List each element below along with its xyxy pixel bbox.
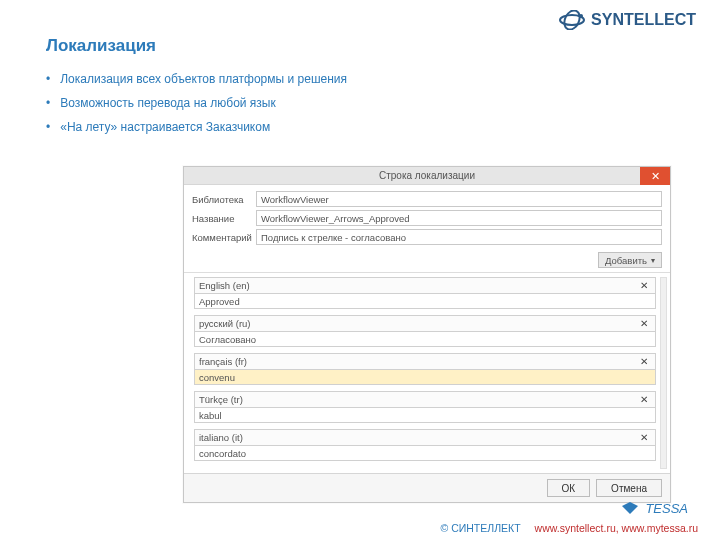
lang-name: English (en) [199,280,637,291]
remove-lang-button[interactable]: ✕ [637,356,651,367]
lang-block-ru: русский (ru) ✕ [194,315,656,347]
lang-name: Türkçe (tr) [199,394,637,405]
lang-block-tr: Türkçe (tr) ✕ [194,391,656,423]
scrollbar[interactable] [660,277,667,469]
dialog-title: Строка локализации [379,170,475,181]
footer-urls: www.syntellect.ru, www.mytessa.ru [535,522,698,534]
copyright: © СИНТЕЛЛЕКТ [441,522,521,534]
chevron-down-icon: ▾ [651,256,655,265]
bullet-item: Локализация всех объектов платформы и ре… [46,72,347,86]
slide-footer: © СИНТЕЛЛЕКТ www.syntellect.ru, www.myte… [441,522,699,534]
lang-block-it: italiano (it) ✕ [194,429,656,461]
lang-block-fr: français (fr) ✕ [194,353,656,385]
tessa-name: TESSA [645,501,688,516]
add-button-label: Добавить [605,255,647,266]
remove-lang-button[interactable]: ✕ [637,432,651,443]
svg-point-1 [562,10,583,30]
lang-value-input[interactable] [194,407,656,423]
name-input[interactable] [256,210,662,226]
language-list: English (en) ✕ русский (ru) ✕ français (… [184,272,670,473]
close-button[interactable]: ✕ [640,167,670,185]
close-icon: ✕ [651,170,660,183]
dialog-titlebar: Строка локализации ✕ [184,167,670,185]
localization-dialog: Строка локализации ✕ Библиотека Название… [183,166,671,503]
bullet-item: «На лету» настраивается Заказчиком [46,120,347,134]
ok-button[interactable]: ОК [547,479,591,497]
dialog-header-form: Библиотека Название Комментарий [184,185,670,250]
lang-value-input[interactable] [194,445,656,461]
library-label: Библиотека [192,194,256,205]
page-title: Локализация [46,36,156,56]
comment-label: Комментарий [192,232,256,243]
brand-icon [559,10,585,30]
lang-name: français (fr) [199,356,637,367]
dialog-footer: ОК Отмена [184,473,670,502]
bullet-list: Локализация всех объектов платформы и ре… [46,72,347,144]
remove-lang-button[interactable]: ✕ [637,280,651,291]
lang-value-input[interactable] [194,331,656,347]
lang-value-input[interactable] [194,369,656,385]
name-label: Название [192,213,256,224]
tessa-icon [621,500,639,516]
lang-name: italiano (it) [199,432,637,443]
tessa-logo: TESSA [621,500,688,516]
remove-lang-button[interactable]: ✕ [637,318,651,329]
remove-lang-button[interactable]: ✕ [637,394,651,405]
lang-block-en: English (en) ✕ [194,277,656,309]
brand-logo: SYNTELLECT [559,10,696,30]
bullet-item: Возможность перевода на любой язык [46,96,347,110]
svg-point-2 [579,14,583,18]
comment-input[interactable] [256,229,662,245]
lang-value-input[interactable] [194,293,656,309]
lang-name: русский (ru) [199,318,637,329]
brand-name: SYNTELLECT [591,11,696,29]
add-button[interactable]: Добавить ▾ [598,252,662,268]
library-input[interactable] [256,191,662,207]
cancel-button[interactable]: Отмена [596,479,662,497]
